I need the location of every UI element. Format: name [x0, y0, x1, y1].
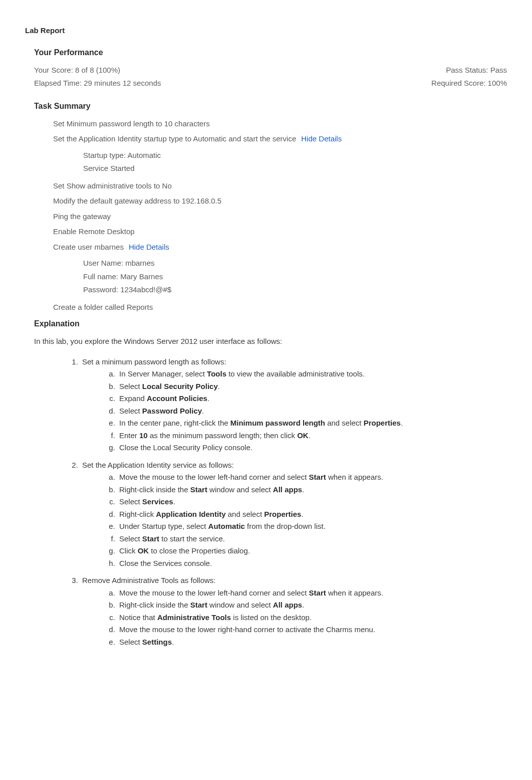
substep-text: when it appears.	[326, 589, 383, 597]
task-text: Modify the default gateway address to 19…	[53, 197, 221, 205]
task-summary-heading: Task Summary	[34, 100, 507, 112]
substep-text: .	[301, 510, 303, 518]
substep-item: Under Startup type, select Automatic fro…	[117, 521, 507, 532]
substep-item: In Server Manager, select Tools to view …	[117, 368, 507, 380]
substep-text: and select	[325, 419, 364, 427]
substep-text: window and select	[207, 485, 273, 494]
substep-text: .	[401, 419, 403, 427]
substep-item: Select Services.	[117, 496, 507, 508]
performance-heading: Your Performance	[34, 47, 507, 59]
explanation-step: Set the Application Identity service as …	[80, 460, 507, 569]
task-item: Set the Application Identity startup typ…	[53, 133, 507, 145]
page-title: Lab Report	[25, 25, 507, 37]
substep-bold: Local Security Policy	[142, 382, 218, 391]
substep-bold: Start	[309, 473, 326, 481]
substep-text: Select	[119, 534, 142, 543]
substep-item: Move the mouse to the lower left-hand co…	[117, 588, 507, 599]
substep-item: Select Password Policy.	[117, 406, 507, 417]
explanation-step: Set a minimum password length as follows…	[80, 356, 507, 454]
substep-text: .	[172, 638, 174, 646]
substep-text: Click	[119, 546, 138, 555]
step-lead: Remove Administrative Tools as follows:	[82, 576, 216, 584]
task-text: Set Minimum password length to 10 charac…	[53, 119, 210, 128]
substep-text: as the minimum password length; then cli…	[148, 431, 297, 440]
substep-list: In Server Manager, select Tools to view …	[117, 368, 507, 454]
substep-text: Move the mouse to the lower right-hand c…	[119, 625, 375, 634]
hide-details-link[interactable]: Hide Details	[129, 243, 169, 251]
substep-bold: OK	[297, 431, 309, 440]
task-text: Create user mbarnes	[53, 243, 124, 251]
substep-text: to start the service.	[159, 534, 225, 543]
substep-text: Expand	[119, 394, 147, 403]
task-detail-item: Startup type: Automatic	[83, 150, 507, 161]
substep-text: .	[218, 382, 220, 391]
substep-list: Move the mouse to the lower left-hand co…	[117, 588, 507, 648]
substep-text: to view the available administrative too…	[226, 369, 365, 378]
substep-text: Select	[119, 382, 142, 391]
substep-bold: Start	[142, 534, 159, 543]
task-detail-item: Password: 1234abcd!@#$	[83, 284, 507, 296]
substep-item: Move the mouse to the lower right-hand c…	[117, 624, 507, 636]
task-item: Enable Remote Desktop	[53, 226, 507, 238]
substep-text: Right-click	[119, 510, 156, 518]
pass-status: Pass Status: Pass	[446, 65, 507, 76]
substep-bold: 10	[139, 431, 148, 440]
substep-bold: Minimum password length	[230, 419, 325, 427]
substep-text: Select	[119, 497, 142, 506]
task-text: Enable Remote Desktop	[53, 227, 135, 236]
substep-text: .	[309, 431, 311, 440]
task-details: Startup type: AutomaticService Started	[83, 150, 507, 174]
substep-bold: OK	[138, 546, 149, 555]
task-details: User Name: mbarnesFull name: Mary Barnes…	[83, 258, 507, 296]
substep-text: and select	[226, 510, 264, 518]
explanation-intro: In this lab, you explore the Windows Ser…	[34, 336, 507, 347]
substep-text: Select	[119, 638, 142, 646]
substep-bold: Tools	[207, 369, 226, 378]
task-text: Set Show administrative tools to No	[53, 181, 172, 190]
substep-text: .	[207, 394, 209, 403]
substep-text: Notice that	[119, 613, 157, 622]
substep-bold: Automatic	[208, 522, 245, 530]
task-item: Create user mbarnesHide Details	[53, 242, 507, 253]
substep-text: Under Startup type, select	[119, 522, 208, 530]
substep-item: Close the Local Security Policy console.	[117, 442, 507, 454]
step-lead: Set the Application Identity service as …	[82, 461, 234, 469]
substep-text: In the center pane, right-click the	[119, 419, 230, 427]
task-item: Create a folder called Reports	[53, 302, 507, 313]
substep-text: .	[302, 601, 304, 609]
substep-bold: Settings	[142, 638, 172, 646]
substep-text: Select	[119, 407, 142, 415]
substep-item: Select Local Security Policy.	[117, 381, 507, 393]
substep-text: .	[173, 497, 175, 506]
elapsed-time: Elapsed Time: 29 minutes 12 seconds	[34, 78, 161, 89]
substep-item: Move the mouse to the lower left-hand co…	[117, 472, 507, 483]
substep-item: Click OK to close the Properties dialog.	[117, 545, 507, 557]
task-text: Set the Application Identity startup typ…	[53, 134, 296, 143]
substep-text: Right-click inside the	[119, 485, 190, 494]
substep-bold: Account Policies	[147, 394, 207, 403]
substep-bold: Application Identity	[156, 510, 225, 518]
required-score: Required Score: 100%	[431, 78, 507, 89]
substep-item: Notice that Administrative Tools is list…	[117, 612, 507, 624]
hide-details-link[interactable]: Hide Details	[301, 134, 342, 143]
substep-item: Expand Account Policies.	[117, 393, 507, 405]
task-text: Ping the gateway	[53, 212, 111, 221]
substep-item: Right-click Application Identity and sel…	[117, 509, 507, 520]
substep-text: In Server Manager, select	[119, 369, 207, 378]
your-score: Your Score: 8 of 8 (100%)	[34, 65, 120, 76]
substep-text: from the drop-down list.	[245, 522, 326, 530]
substep-item: Right-click inside the Start window and …	[117, 600, 507, 611]
task-detail-item: Full name: Mary Barnes	[83, 271, 507, 283]
substep-bold: Start	[190, 601, 207, 609]
substep-bold: Administrative Tools	[157, 613, 231, 622]
explanation-step: Remove Administrative Tools as follows:M…	[80, 575, 507, 648]
explanation-steps: Set a minimum password length as follows…	[80, 356, 507, 648]
substep-text: Right-click inside the	[119, 601, 190, 609]
substep-item: Select Settings.	[117, 637, 507, 648]
substep-bold: Start	[309, 589, 326, 597]
task-item: Ping the gateway	[53, 211, 507, 223]
task-item: Modify the default gateway address to 19…	[53, 196, 507, 207]
task-item: Set Minimum password length to 10 charac…	[53, 118, 507, 130]
substep-bold: Properties	[364, 419, 401, 427]
task-detail-item: Service Started	[83, 163, 507, 174]
